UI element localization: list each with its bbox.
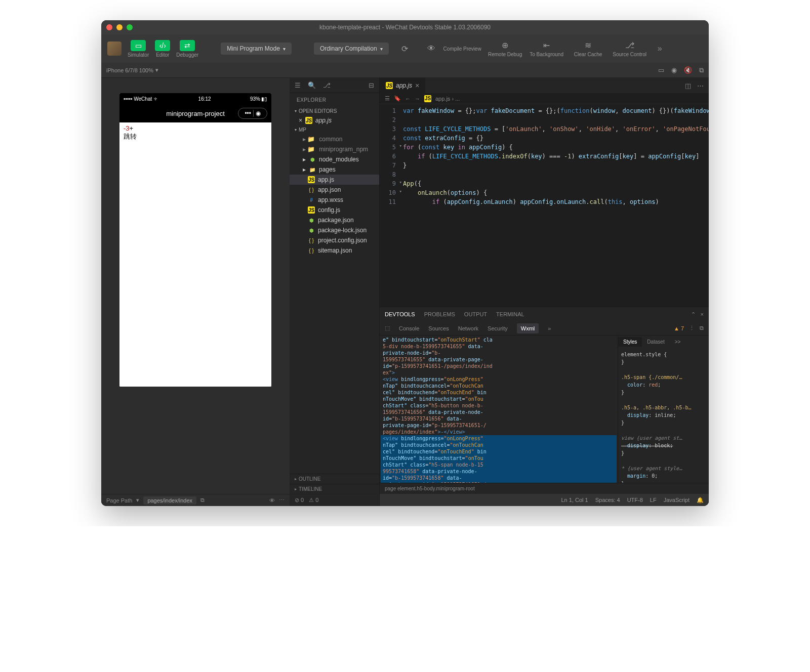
wxml-tree[interactable]: e" bindtouchstart="onTouchStart" cla 5-d…	[380, 335, 618, 483]
maximize-icon[interactable]	[127, 24, 133, 30]
element-path[interactable]: page element.h5-body.miniprogram-root	[385, 486, 475, 491]
menu-icon[interactable]: ⋮	[689, 325, 695, 331]
subtab-security[interactable]: Security	[488, 325, 508, 331]
outline-section[interactable]: OUTLINE	[290, 474, 379, 484]
file-app-json[interactable]: app.json	[290, 185, 379, 195]
open-editor-item[interactable]: × JS app.js	[290, 115, 379, 125]
folder-pages[interactable]: ▸pages	[290, 164, 379, 175]
rotate-icon[interactable]: ▭	[658, 66, 664, 74]
tab-problems[interactable]: PROBLEMS	[424, 311, 455, 317]
breadcrumb[interactable]: ☰ 🔖 ← → JS app.js › ...	[380, 93, 709, 104]
collapse-icon[interactable]: ⊟	[369, 81, 374, 89]
file-app-wxss[interactable]: #app.wxss	[290, 195, 379, 205]
simulator-toggle-button[interactable]: ▭ Simulator	[128, 40, 149, 58]
editor-toggle-button[interactable]: ‹/› Editor	[155, 40, 170, 58]
eol[interactable]: LF	[650, 497, 657, 503]
folder-node-modules[interactable]: ▸node_modules	[290, 154, 379, 164]
code-line[interactable]: 5▾for (const key in appConfig) {	[380, 143, 709, 152]
copy-path-icon[interactable]: ⧉	[200, 497, 205, 503]
counter-row[interactable]: -3+	[124, 124, 267, 132]
search-icon[interactable]: 🔍	[308, 81, 316, 89]
code-line[interactable]: 8	[380, 170, 709, 179]
more-icon[interactable]: »	[548, 325, 551, 331]
language-mode[interactable]: JavaScript	[664, 497, 690, 503]
device-selector[interactable]: iPhone 6/7/8 100%▾	[106, 67, 158, 73]
warning-badge[interactable]: ▲ 7	[674, 325, 684, 331]
tab-more[interactable]: >>	[670, 337, 686, 347]
close-icon[interactable]	[106, 24, 112, 30]
close-icon[interactable]: ×	[701, 311, 704, 318]
source-control-button[interactable]: ⎇ Source Control	[612, 40, 647, 57]
tab-output[interactable]: OUTPUT	[464, 311, 487, 317]
code-line[interactable]: 11 if (appConfig.onLaunch) appConfig.onL…	[380, 197, 709, 206]
warnings-count[interactable]: ⚠ 0	[309, 497, 318, 503]
open-editors-section[interactable]: OPEN EDITORS	[290, 107, 379, 115]
file-package-json[interactable]: ⬢package.json	[290, 215, 379, 225]
chevron-up-icon[interactable]: ⌃	[691, 311, 696, 318]
code-editor[interactable]: 1var fakeWindow = {};var fakeDocument = …	[380, 104, 709, 307]
record-icon[interactable]: ◉	[671, 66, 677, 74]
code-line[interactable]: 4const extraConfig = {}	[380, 134, 709, 143]
root-section[interactable]: MP	[290, 125, 379, 134]
more-icon[interactable]: ⋯	[279, 497, 285, 503]
file-project-config-json[interactable]: project.config.json	[290, 235, 379, 245]
subtab-sources[interactable]: Sources	[428, 325, 449, 331]
mode-dropdown[interactable]: Mini Program Mode	[221, 43, 292, 55]
debugger-toggle-button[interactable]: ⇄ Debugger	[176, 40, 198, 58]
bell-icon[interactable]: 🔔	[697, 497, 704, 503]
tab-app-js[interactable]: JS app.js ×	[380, 78, 425, 93]
folder-miniprogram-npm[interactable]: miniprogram_npm	[290, 144, 379, 154]
more-icon[interactable]: ⋯	[697, 82, 704, 90]
dock-icon[interactable]: ⧉	[700, 325, 704, 331]
preview-button[interactable]: 👁	[421, 44, 441, 54]
file-config-js[interactable]: JSconfig.js	[290, 205, 379, 215]
timeline-section[interactable]: TIMELINE	[290, 484, 379, 494]
capsule-button[interactable]: ••• ◉	[238, 108, 267, 119]
code-line[interactable]: 3const LIFE_CYCLE_METHODS = ['onLaunch',…	[380, 124, 709, 134]
file-sitemap-json[interactable]: sitemap.json	[290, 245, 379, 256]
folder-common[interactable]: common	[290, 134, 379, 144]
tab-devtools[interactable]: DEVTOOLS	[385, 311, 415, 317]
split-icon[interactable]: ◫	[685, 82, 691, 90]
code-line[interactable]: 7}	[380, 161, 709, 170]
tab-terminal[interactable]: TERMINAL	[496, 311, 524, 317]
code-line[interactable]: 1var fakeWindow = {};var fakeDocument = …	[380, 106, 709, 115]
subtab-network[interactable]: Network	[458, 325, 478, 331]
file-app-js[interactable]: JSapp.js	[290, 175, 379, 185]
phone-content[interactable]: -3+ 跳转	[119, 122, 271, 387]
tab-styles[interactable]: Styles	[618, 337, 642, 347]
file-package-lock-json[interactable]: ⬢package-lock.json	[290, 225, 379, 235]
branch-icon[interactable]: ⎇	[323, 81, 331, 89]
clear-cache-button[interactable]: ≋ Clear Cache	[571, 40, 606, 57]
copy-icon[interactable]: ⧉	[699, 66, 704, 74]
code-line[interactable]: 6 if (LIFE_CYCLE_METHODS.indexOf(key) ==…	[380, 152, 709, 161]
avatar[interactable]	[107, 41, 122, 56]
compile-button[interactable]: ⟳	[395, 44, 415, 54]
inspect-icon[interactable]: ⬚	[385, 325, 390, 331]
forward-icon[interactable]: →	[415, 96, 420, 102]
subtab-wxml[interactable]: Wxml	[517, 323, 539, 333]
list-icon[interactable]: ☰	[295, 81, 301, 89]
compile-dropdown[interactable]: Ordinary Compilation	[314, 43, 389, 55]
remote-debug-button[interactable]: ⊕ Remote Debug	[488, 40, 523, 57]
eye-icon[interactable]: 👁	[269, 497, 275, 503]
code-line[interactable]: 2	[380, 115, 709, 124]
back-icon[interactable]: ←	[405, 96, 411, 102]
errors-count[interactable]: ⊘ 0	[295, 497, 304, 503]
cursor-position[interactable]: Ln 1, Col 1	[561, 497, 588, 503]
code-line[interactable]: 10▾ onLaunch(options) {	[380, 188, 709, 197]
page-path-input[interactable]: pages/index/index	[143, 496, 196, 505]
encoding[interactable]: UTF-8	[627, 497, 643, 503]
code-line[interactable]: 9▾App({	[380, 179, 709, 188]
mute-icon[interactable]: 🔇	[684, 66, 692, 74]
minimize-icon[interactable]	[116, 24, 123, 30]
subtab-console[interactable]: Console	[399, 325, 419, 331]
tab-dataset[interactable]: Dataset	[642, 337, 669, 347]
indent-setting[interactable]: Spaces: 4	[595, 497, 620, 503]
close-icon[interactable]: ×	[415, 81, 419, 90]
close-icon[interactable]: ×	[299, 117, 302, 124]
more-icon[interactable]: »	[654, 44, 666, 53]
styles-body[interactable]: element.style { } .h5-span {./common/… c…	[618, 348, 709, 483]
to-background-button[interactable]: ⇤ To Background	[529, 40, 564, 57]
jump-link[interactable]: 跳转	[124, 132, 267, 141]
